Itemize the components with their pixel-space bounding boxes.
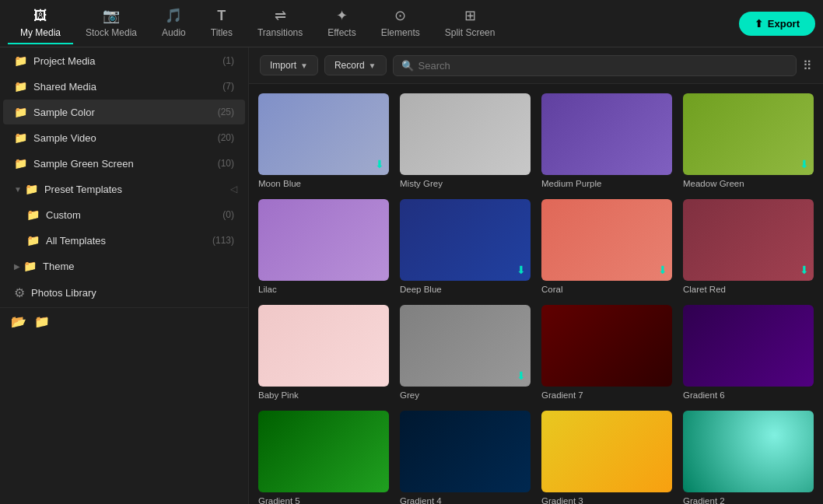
- download-icon[interactable]: ⬇: [375, 158, 384, 170]
- media-item-gradient7[interactable]: Gradient 7: [541, 305, 672, 400]
- media-item-lilac[interactable]: Lilac: [258, 199, 389, 294]
- titles-icon: T: [217, 8, 226, 24]
- sidebar-item-custom[interactable]: 📁 Custom (0): [3, 202, 245, 227]
- sidebar-count-sample-green-screen: (10): [218, 158, 234, 169]
- sidebar-count-all-templates: (113): [212, 235, 234, 246]
- media-thumb-deep-blue: ⬇: [400, 199, 531, 281]
- import-button[interactable]: Import ▼: [260, 55, 318, 75]
- nav-transitions[interactable]: ⇌ Transitions: [245, 2, 315, 44]
- folder-icon-custom: 📁: [26, 208, 40, 221]
- media-thumb-gradient2: [683, 411, 814, 492]
- my-media-icon: 🖼: [33, 8, 47, 24]
- media-item-deep-blue[interactable]: ⬇Deep Blue: [400, 199, 531, 294]
- media-thumb-claret-red: ⬇: [683, 199, 814, 281]
- media-item-gradient6[interactable]: Gradient 6: [683, 305, 814, 400]
- stock-media-icon: 📷: [103, 7, 120, 24]
- folder-icon-sample-video: 📁: [14, 131, 27, 144]
- media-item-misty-grey[interactable]: Misty Grey: [400, 93, 531, 188]
- folder-icon-preset: 📁: [25, 183, 38, 195]
- nav-elements[interactable]: ⊙ Elements: [369, 2, 433, 44]
- main-area: 📁 Project Media (1) 📁 Shared Media (7) 📁…: [0, 47, 823, 504]
- sidebar-item-all-templates[interactable]: 📁 All Templates (113): [3, 228, 245, 253]
- nav-elements-label: Elements: [381, 27, 420, 38]
- sidebar-item-sample-video[interactable]: 📁 Sample Video (20): [3, 125, 245, 150]
- nav-titles[interactable]: T Titles: [198, 3, 245, 44]
- media-item-medium-purple[interactable]: Medium Purple: [541, 93, 672, 188]
- expand-icon-theme[interactable]: ▶: [14, 262, 20, 271]
- nav-transitions-label: Transitions: [257, 27, 303, 38]
- media-thumb-meadow-green: ⬇: [683, 93, 814, 175]
- download-icon[interactable]: ⬇: [800, 264, 809, 276]
- download-icon[interactable]: ⬇: [800, 158, 809, 170]
- media-item-baby-pink[interactable]: Baby Pink: [258, 305, 389, 400]
- media-label-grey: Grey: [400, 390, 531, 400]
- folder-button[interactable]: 📁: [34, 314, 50, 329]
- sidebar-label-sample-color: Sample Color: [33, 107, 218, 118]
- media-label-gradient4: Gradient 4: [400, 496, 531, 504]
- sidebar: 📁 Project Media (1) 📁 Shared Media (7) 📁…: [0, 47, 249, 504]
- media-thumb-grey: ⬇: [400, 305, 531, 387]
- media-label-gradient3: Gradient 3: [541, 496, 672, 504]
- media-item-meadow-green[interactable]: ⬇Meadow Green: [683, 93, 814, 188]
- sidebar-label-sample-green-screen: Sample Green Screen: [33, 158, 218, 170]
- download-icon[interactable]: ⬇: [658, 264, 667, 276]
- media-thumb-gradient3: [541, 411, 672, 492]
- search-input[interactable]: [419, 60, 788, 72]
- media-item-gradient4[interactable]: Gradient 4: [400, 411, 531, 504]
- download-icon[interactable]: ⬇: [517, 369, 526, 382]
- sidebar-item-sample-color[interactable]: 📁 Sample Color (25): [3, 100, 245, 124]
- search-box: 🔍: [393, 55, 797, 76]
- sidebar-item-photos-library[interactable]: ⚙ Photos Library: [3, 279, 245, 306]
- media-thumb-lilac: [258, 199, 389, 281]
- nav-split-screen[interactable]: ⊞ Split Screen: [433, 2, 508, 44]
- media-thumb-misty-grey: [400, 93, 531, 175]
- nav-stock-media[interactable]: 📷 Stock Media: [73, 2, 149, 44]
- folder-icon-theme: 📁: [23, 260, 37, 272]
- media-label-deep-blue: Deep Blue: [400, 285, 531, 294]
- media-thumb-gradient4: [400, 411, 531, 492]
- nav-my-media[interactable]: 🖼 My Media: [8, 3, 73, 44]
- sidebar-item-preset-templates[interactable]: ▼ 📁 Preset Templates ◁: [3, 177, 245, 201]
- new-folder-button[interactable]: 📂: [11, 314, 26, 329]
- media-grid: ⬇Moon BlueMisty GreyMedium Purple⬇Meadow…: [249, 84, 823, 504]
- media-thumb-baby-pink: [258, 305, 389, 387]
- media-item-claret-red[interactable]: ⬇Claret Red: [683, 199, 814, 294]
- sidebar-item-project-media[interactable]: 📁 Project Media (1): [3, 48, 245, 73]
- folder-icon-shared: 📁: [14, 80, 27, 93]
- media-label-baby-pink: Baby Pink: [258, 390, 389, 400]
- grid-view-icon[interactable]: ⠿: [803, 58, 812, 73]
- nav-effects[interactable]: ✦ Effects: [315, 2, 368, 44]
- split-screen-icon: ⊞: [464, 7, 476, 24]
- elements-icon: ⊙: [394, 7, 406, 24]
- sidebar-count-project-media: (1): [222, 55, 234, 66]
- export-icon: ⬆: [755, 18, 763, 30]
- sidebar-item-theme[interactable]: ▶ 📁 Theme: [3, 254, 245, 278]
- media-item-gradient5[interactable]: Gradient 5: [258, 411, 389, 504]
- media-item-gradient2[interactable]: Gradient 2: [683, 411, 814, 504]
- media-item-coral[interactable]: ⬇Coral: [541, 199, 672, 294]
- export-button[interactable]: ⬆ Export: [739, 12, 815, 36]
- nav-audio[interactable]: 🎵 Audio: [149, 2, 198, 44]
- download-icon[interactable]: ⬇: [517, 264, 526, 276]
- sidebar-label-project-media: Project Media: [33, 55, 222, 67]
- media-label-coral: Coral: [541, 285, 672, 294]
- media-label-medium-purple: Medium Purple: [541, 179, 672, 188]
- expand-icon[interactable]: ▼: [14, 185, 22, 194]
- sidebar-label-shared-media: Shared Media: [33, 81, 222, 93]
- media-item-grey[interactable]: ⬇Grey: [400, 305, 531, 400]
- sidebar-item-shared-media[interactable]: 📁 Shared Media (7): [3, 74, 245, 99]
- media-label-lilac: Lilac: [258, 285, 389, 294]
- content-area: Import ▼ Record ▼ 🔍 ⠿ ⬇Moon BlueMisty Gr…: [249, 47, 823, 504]
- sidebar-count-sample-color: (25): [218, 107, 234, 117]
- media-label-meadow-green: Meadow Green: [683, 179, 814, 188]
- sidebar-item-sample-green-screen[interactable]: 📁 Sample Green Screen (10): [3, 151, 245, 176]
- media-item-moon-blue[interactable]: ⬇Moon Blue: [258, 93, 389, 188]
- record-button[interactable]: Record ▼: [324, 55, 387, 75]
- sidebar-label-preset-templates: Preset Templates: [44, 184, 234, 195]
- media-thumb-gradient7: [541, 305, 672, 387]
- sidebar-label-all-templates: All Templates: [46, 235, 212, 247]
- import-label: Import: [270, 60, 296, 71]
- media-label-gradient2: Gradient 2: [683, 496, 814, 504]
- folder-icon: 📁: [14, 54, 27, 67]
- media-item-gradient3[interactable]: Gradient 3: [541, 411, 672, 504]
